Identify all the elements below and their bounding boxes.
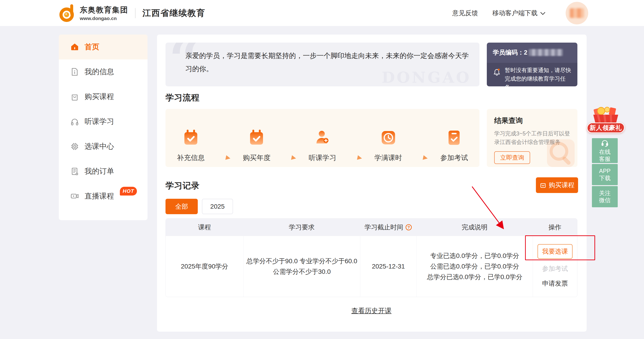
logo-text: 东奥教育集团 www.dongao.cn (80, 5, 128, 21)
service-label: 关注 微信 (599, 190, 610, 204)
gift-banner-label: 新人领豪礼 (586, 122, 625, 133)
follow-wechat-button[interactable]: 关注 微信 (592, 186, 618, 207)
table-header-row: 课程 学习要求 学习截止时间 ? 完成说明 操作 (166, 219, 577, 236)
flow-step-label: 购买年度 (243, 153, 270, 163)
col-header-deadline: 学习截止时间 ? (360, 223, 416, 232)
sidebar-item-my-info[interactable]: 我的信息 (59, 59, 148, 84)
sidebar-item-label: 我的信息 (84, 67, 114, 77)
requirement-line: 公需学分不少于30.0 (273, 267, 331, 277)
col-header-actions: 操作 (533, 223, 577, 232)
apply-invoice-action[interactable]: 申请发票 (542, 278, 568, 289)
headset-icon (600, 139, 609, 147)
cell-deadline: 2025-12-31 (360, 236, 416, 297)
records-section-title: 学习记录 (166, 180, 200, 191)
chevron-down-icon (540, 12, 545, 15)
view-history-link[interactable]: 查看历史开课 (352, 307, 392, 314)
flow-step-listen-study: 听课学习 (297, 128, 348, 163)
flow-arrow-icon (347, 152, 364, 162)
col-header-completion: 完成说明 (416, 223, 533, 232)
study-process-panel: 补充信息 购买年度 听课学习 学满课时 参加考试 (166, 109, 480, 167)
online-service-button[interactable]: 在线 客服 (592, 138, 618, 163)
sidebar-item-my-orders[interactable]: 我的订单 (59, 159, 148, 184)
svg-text:?: ? (407, 225, 410, 230)
dongao-logo-icon (57, 3, 78, 23)
main-content: “ 亲爱的学员，学习是需要长期坚持的，一步一个脚印地走向未来，未来的你一定会感谢… (157, 34, 586, 332)
select-course-button[interactable]: 我要选课 (538, 244, 572, 259)
sidebar-item-label: 我的订单 (84, 166, 114, 176)
requirement-line: 总学分不少于90.0 专业学分不少于60.0 (246, 256, 357, 267)
cell-course: 2025年度90学分 (166, 236, 244, 297)
cell-completion: 专业已选0.0学分，已学0.0学分 公需已选0.0学分，已学0.0学分 总学分已… (416, 236, 533, 297)
cell-actions: 我要选课 参加考试 申请发票 (533, 236, 577, 297)
completion-line: 公需已选0.0学分，已学0.0学分 (430, 261, 519, 272)
table-row: 2025年度90学分 总学分不少于90.0 专业学分不少于60.0 公需学分不少… (166, 236, 577, 297)
result-query-title: 结果查询 (494, 116, 570, 125)
magnifier-watermark-icon (542, 135, 578, 167)
question-icon[interactable]: ? (405, 224, 412, 231)
sidebar-item-label: 直播课程 (84, 191, 114, 201)
flow-arrow-icon (282, 152, 298, 162)
app-download-menu[interactable]: 移动客户端下载 (492, 9, 545, 17)
sidebar: 首页 我的信息 购买课程 听课学习 选课中心 我的订单 直播课程 HOT (59, 34, 148, 220)
process-section-title: 学习流程 (166, 92, 200, 103)
flow-step-buy-year: 购买年度 (232, 128, 282, 163)
completion-line: 专业已选0.0学分，已学0.0学分 (430, 251, 519, 261)
flow-arrow-icon (413, 152, 430, 162)
result-query-panel: 结果查询 学习完成3~5个工作日后可以登录江西省会计综合管理服务平... 立即查… (487, 109, 578, 167)
sidebar-item-label: 购买课程 (84, 92, 114, 102)
student-code-label: 学员编码：2 (493, 48, 527, 57)
order-list-icon (70, 167, 79, 176)
flow-step-label: 参加考试 (440, 153, 468, 163)
flow-step-full-hours: 学满课时 (363, 128, 414, 163)
logo-url: www.dongao.cn (80, 16, 128, 21)
service-label: 在线 客服 (599, 148, 610, 163)
app-download-label: 移动客户端下载 (492, 9, 538, 17)
info-doc-icon (70, 67, 79, 76)
sidebar-item-label: 选课中心 (84, 141, 114, 152)
tab-2025[interactable]: 2025 (202, 199, 233, 214)
col-header-course: 课程 (166, 223, 244, 232)
query-now-button[interactable]: 立即查询 (494, 151, 530, 164)
take-exam-action[interactable]: 参加考试 (542, 264, 568, 274)
flow-step-label: 听课学习 (309, 153, 336, 163)
video-camera-icon (70, 192, 79, 201)
student-code-value: 2 (524, 49, 527, 56)
sidebar-item-label: 首页 (84, 42, 99, 52)
flow-step-label: 学满课时 (374, 153, 402, 163)
notification-text: 暂时没有重要通知，请尽快完成您的继续教育学习任务。 (505, 66, 572, 86)
completion-line: 总学分已选0.0学分，已学0.0学分 (427, 272, 522, 282)
flow-step-supplement-info: 补充信息 (166, 128, 216, 163)
bell-icon (492, 67, 502, 76)
calendar-check-icon (247, 128, 266, 148)
sidebar-item-buy-courses[interactable]: 购买课程 (59, 84, 148, 109)
flow-step-take-exam: 参加考试 (429, 128, 480, 163)
new-user-gift[interactable]: 新人领豪礼 (587, 106, 625, 134)
avatar[interactable] (566, 2, 588, 24)
sidebar-item-course-center[interactable]: 选课中心 (59, 134, 148, 159)
flow-step-label: 补充信息 (177, 153, 205, 163)
shopping-bag-icon (70, 92, 79, 101)
cell-requirement: 总学分不少于90.0 专业学分不少于60.0 公需学分不少于30.0 (244, 236, 360, 297)
history-link-wrap: 查看历史开课 (166, 306, 578, 316)
app-download-button[interactable]: APP 下载 (592, 164, 618, 185)
bag-icon (540, 182, 546, 189)
buy-courses-button[interactable]: 购买课程 (536, 177, 578, 193)
avatar-blur (570, 8, 584, 18)
feedback-link[interactable]: 意见反馈 (452, 9, 478, 17)
tab-all[interactable]: 全部 (166, 199, 198, 214)
user-plus-icon (312, 128, 332, 148)
sidebar-item-home[interactable]: 首页 (59, 34, 148, 59)
buy-courses-label: 购买课程 (549, 181, 574, 190)
sidebar-item-live-courses[interactable]: 直播课程 HOT (59, 184, 148, 209)
student-code-row: 学员编码：2 (487, 43, 578, 62)
welcome-banner: “ 亲爱的学员，学习是需要长期坚持的，一步一个脚印地走向未来，未来的你一定会感谢… (166, 43, 480, 86)
header: 东奥教育集团 www.dongao.cn 江西省继续教育 意见反馈 移动客户端下… (0, 0, 644, 26)
dongao-watermark: DONGAO (382, 68, 471, 86)
sidebar-item-label: 听课学习 (84, 116, 114, 127)
header-divider (135, 8, 136, 18)
page-title: 江西省继续教育 (142, 7, 205, 19)
col-header-requirement: 学习要求 (244, 223, 360, 232)
sidebar-item-listen-study[interactable]: 听课学习 (59, 109, 148, 134)
flow-arrow-icon (216, 152, 232, 162)
logo-name: 东奥教育集团 (80, 5, 128, 15)
